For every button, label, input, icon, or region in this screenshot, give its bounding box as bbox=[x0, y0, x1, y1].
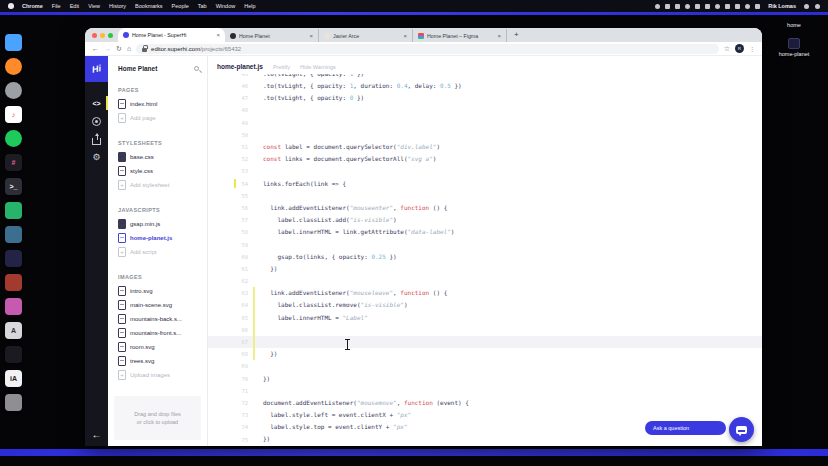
preview-button[interactable] bbox=[85, 112, 108, 130]
window-controls[interactable] bbox=[85, 28, 118, 42]
menubar-item-bookmarks[interactable]: Bookmarks bbox=[135, 3, 163, 9]
code-line[interactable]: 68 }) bbox=[208, 348, 762, 360]
code-line[interactable]: 46.to(tvLight, { opacity: 1, duration: 0… bbox=[208, 80, 762, 92]
hide-warnings-button[interactable]: Hide Warnings bbox=[300, 64, 336, 70]
menubar-item-tab[interactable]: Tab bbox=[198, 3, 207, 9]
prettify-button[interactable]: Prettify bbox=[273, 64, 290, 70]
sidebar-file-mountains-back-s-[interactable]: mountains-back.s... bbox=[118, 312, 207, 326]
sidebar-file-base-css[interactable]: base.css bbox=[118, 150, 207, 164]
code-line[interactable]: 72document.addEventListener("mousemove",… bbox=[208, 397, 762, 409]
menubar-item-chrome[interactable]: Chrome bbox=[22, 3, 43, 9]
dock-icon-photos[interactable] bbox=[5, 226, 22, 243]
code-line[interactable]: 47.to(tvLight, { opacity: 0 }) bbox=[208, 92, 762, 104]
menubar-username[interactable]: Rik Lomas bbox=[768, 3, 796, 9]
address-bar[interactable]: editor.superhi.com/projects/65432 bbox=[136, 44, 719, 54]
camera-icon[interactable] bbox=[695, 4, 700, 9]
lock-icon[interactable] bbox=[142, 48, 147, 52]
browser-menu-icon[interactable]: ⋮ bbox=[749, 45, 755, 52]
publish-button[interactable] bbox=[85, 130, 108, 148]
close-tab-icon[interactable]: × bbox=[403, 33, 407, 39]
sidebar-action-add-page[interactable]: +Add page bbox=[118, 111, 207, 125]
reload-icon[interactable]: ↻ bbox=[116, 44, 122, 54]
menubar-item-help[interactable]: Help bbox=[244, 3, 255, 9]
sidebar-file-intro-svg[interactable]: intro.svg bbox=[118, 284, 207, 298]
apple-icon[interactable] bbox=[8, 3, 14, 9]
dock-icon-spotify[interactable] bbox=[5, 130, 22, 147]
code-line[interactable]: 51const label = document.querySelector("… bbox=[208, 141, 762, 153]
dock-icon-trash[interactable] bbox=[5, 394, 22, 411]
browser-tab[interactable]: Home Planet – Figma× bbox=[413, 29, 507, 42]
browser-tab[interactable]: Home Planet - SuperHi× bbox=[118, 28, 225, 42]
bookmark-star-icon[interactable]: ☆ bbox=[724, 45, 730, 53]
code-line[interactable]: 54links.forEach(link => { bbox=[208, 178, 762, 190]
menubar-item-history[interactable]: History bbox=[109, 3, 126, 9]
sidebar-file-gsap-min-js[interactable]: gsap.min.js bbox=[118, 217, 207, 231]
dock-icon-app-green[interactable] bbox=[5, 202, 22, 219]
close-window-button[interactable] bbox=[92, 33, 97, 38]
code-line[interactable]: 62 bbox=[208, 275, 762, 287]
menubar-item-people[interactable]: People bbox=[172, 3, 189, 9]
dock-icon-app-red[interactable] bbox=[5, 274, 22, 291]
sidebar-file-room-svg[interactable]: room.svg bbox=[118, 340, 207, 354]
search-icon[interactable] bbox=[194, 66, 199, 71]
circle-icon[interactable] bbox=[705, 4, 710, 9]
code-line[interactable]: 57 label.classList.add("is-visible") bbox=[208, 214, 762, 226]
sidebar-file-index-html[interactable]: index.html bbox=[118, 97, 207, 111]
code-view-button[interactable]: <> bbox=[85, 94, 108, 112]
wifi-icon[interactable] bbox=[735, 4, 740, 9]
code-line[interactable]: 60 gsap.to(links, { opacity: 0.25 }) bbox=[208, 251, 762, 263]
sidebar-action-add-script[interactable]: +Add script bbox=[118, 245, 207, 259]
dock-icon-app-letter[interactable]: A bbox=[5, 322, 22, 339]
dock-icon-finder[interactable] bbox=[5, 34, 22, 51]
code-line[interactable]: 63 link.addEventListener("mouseleave", f… bbox=[208, 287, 762, 299]
settings-button[interactable]: ⚙ bbox=[85, 148, 108, 166]
forward-icon[interactable]: → bbox=[104, 44, 111, 54]
dock-icon-app-pink[interactable] bbox=[5, 298, 22, 315]
back-icon[interactable]: ← bbox=[92, 44, 99, 54]
superhi-logo[interactable]: Hi bbox=[85, 56, 108, 82]
chat-button[interactable] bbox=[729, 417, 754, 442]
desktop-file[interactable]: home-planet bbox=[764, 38, 824, 57]
code-line[interactable]: 59 bbox=[208, 238, 762, 250]
dock-icon-browser[interactable] bbox=[5, 58, 22, 75]
code-line[interactable]: 75}) bbox=[208, 433, 762, 445]
cloud-icon[interactable] bbox=[715, 4, 720, 9]
dock-icon-writer[interactable]: iA bbox=[5, 370, 22, 387]
back-to-dashboard-button[interactable]: ← bbox=[85, 429, 108, 440]
menubar-item-file[interactable]: File bbox=[52, 3, 61, 9]
new-tab-button[interactable]: + bbox=[514, 29, 519, 41]
code-line[interactable]: 53 bbox=[208, 165, 762, 177]
sidebar-file-trees-svg[interactable]: trees.svg bbox=[118, 354, 207, 368]
code-line[interactable]: 52const links = document.querySelectorAl… bbox=[208, 153, 762, 165]
ask-question-button[interactable]: Ask a question bbox=[645, 421, 726, 435]
close-tab-icon[interactable]: × bbox=[309, 33, 313, 39]
code-line[interactable]: 64 label.classList.remove("is-visible") bbox=[208, 299, 762, 311]
code-line[interactable]: 55 bbox=[208, 190, 762, 202]
code-line[interactable]: 58 label.innerHTML = link.getAttribute("… bbox=[208, 226, 762, 238]
code-line[interactable]: 71 bbox=[208, 385, 762, 397]
clock-icon[interactable] bbox=[675, 4, 680, 9]
menubar-item-window[interactable]: Window bbox=[216, 3, 236, 9]
code-line[interactable]: 67 bbox=[208, 336, 762, 348]
code-line[interactable]: 66 bbox=[208, 324, 762, 336]
dock-icon-app-navy[interactable] bbox=[5, 250, 22, 267]
code-line[interactable]: 73 label.style.left = event.clientX + "p… bbox=[208, 409, 762, 421]
zoom-window-button[interactable] bbox=[108, 33, 113, 38]
display-icon[interactable] bbox=[725, 4, 730, 9]
upload-dropzone[interactable]: Drag and drop filesor click to upload bbox=[114, 396, 201, 440]
code-line[interactable]: 50 bbox=[208, 129, 762, 141]
menubar-item-view[interactable]: View bbox=[88, 3, 100, 9]
dock-icon-messages[interactable] bbox=[5, 82, 22, 99]
dock-icon-slack[interactable]: # bbox=[5, 154, 22, 171]
volume-icon[interactable] bbox=[745, 4, 750, 9]
dock-icon-music[interactable]: ♪ bbox=[5, 106, 22, 123]
grid-icon[interactable] bbox=[655, 4, 660, 9]
code-line[interactable]: 48 bbox=[208, 104, 762, 116]
close-tab-icon[interactable]: × bbox=[497, 33, 501, 39]
search-icon[interactable] bbox=[804, 4, 809, 9]
close-tab-icon[interactable]: × bbox=[216, 32, 220, 38]
shield-icon[interactable] bbox=[685, 4, 690, 9]
profile-avatar[interactable]: R bbox=[735, 44, 744, 53]
code-line[interactable]: 56 link.addEventListener("mouseenter", f… bbox=[208, 202, 762, 214]
menubar-item-edit[interactable]: Edit bbox=[70, 3, 79, 9]
